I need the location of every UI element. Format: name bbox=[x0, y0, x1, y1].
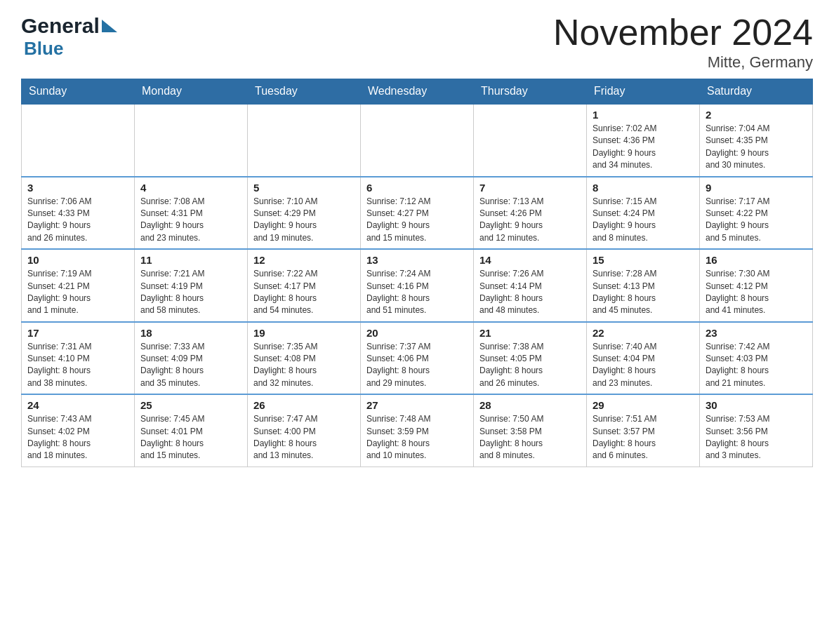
day-cell: 30Sunrise: 7:53 AMSunset: 3:56 PMDayligh… bbox=[700, 394, 813, 467]
day-number: 17 bbox=[27, 327, 128, 339]
day-number: 15 bbox=[593, 254, 694, 266]
day-number: 4 bbox=[140, 182, 241, 194]
day-cell: 21Sunrise: 7:38 AMSunset: 4:05 PMDayligh… bbox=[474, 322, 587, 395]
weekday-header-friday: Friday bbox=[587, 79, 700, 105]
day-number: 2 bbox=[706, 109, 807, 121]
day-info: Sunrise: 7:51 AMSunset: 3:57 PMDaylight:… bbox=[593, 414, 656, 460]
day-info: Sunrise: 7:22 AMSunset: 4:17 PMDaylight:… bbox=[253, 269, 317, 315]
weekday-header-saturday: Saturday bbox=[700, 79, 813, 105]
day-cell: 23Sunrise: 7:42 AMSunset: 4:03 PMDayligh… bbox=[700, 322, 813, 395]
day-number: 29 bbox=[593, 399, 694, 411]
day-info: Sunrise: 7:45 AMSunset: 4:01 PMDaylight:… bbox=[140, 414, 204, 460]
logo-general-text: General bbox=[21, 14, 100, 38]
week-row-2: 3Sunrise: 7:06 AMSunset: 4:33 PMDaylight… bbox=[22, 177, 813, 250]
day-info: Sunrise: 7:19 AMSunset: 4:21 PMDaylight:… bbox=[27, 269, 91, 315]
weekday-header-sunday: Sunday bbox=[22, 79, 135, 105]
day-info: Sunrise: 7:12 AMSunset: 4:27 PMDaylight:… bbox=[366, 196, 430, 243]
day-number: 13 bbox=[366, 254, 468, 266]
day-cell: 26Sunrise: 7:47 AMSunset: 4:00 PMDayligh… bbox=[248, 394, 361, 467]
day-number: 5 bbox=[253, 182, 355, 194]
day-cell: 18Sunrise: 7:33 AMSunset: 4:09 PMDayligh… bbox=[135, 322, 248, 395]
logo: General Blue bbox=[21, 14, 117, 60]
day-number: 14 bbox=[479, 254, 581, 266]
calendar-table: SundayMondayTuesdayWednesdayThursdayFrid… bbox=[21, 79, 813, 467]
day-number: 28 bbox=[479, 399, 581, 411]
day-number: 21 bbox=[479, 327, 581, 339]
day-info: Sunrise: 7:42 AMSunset: 4:03 PMDaylight:… bbox=[706, 342, 769, 388]
day-number: 6 bbox=[366, 182, 468, 194]
day-cell: 15Sunrise: 7:28 AMSunset: 4:13 PMDayligh… bbox=[587, 249, 700, 322]
day-cell: 24Sunrise: 7:43 AMSunset: 4:02 PMDayligh… bbox=[22, 394, 135, 467]
logo-arrow-icon bbox=[102, 20, 117, 32]
day-cell: 25Sunrise: 7:45 AMSunset: 4:01 PMDayligh… bbox=[135, 394, 248, 467]
day-info: Sunrise: 7:50 AMSunset: 3:58 PMDaylight:… bbox=[479, 414, 543, 460]
day-info: Sunrise: 7:43 AMSunset: 4:02 PMDaylight:… bbox=[27, 414, 91, 460]
day-cell: 13Sunrise: 7:24 AMSunset: 4:16 PMDayligh… bbox=[361, 249, 474, 322]
day-cell: 1Sunrise: 7:02 AMSunset: 4:36 PMDaylight… bbox=[587, 104, 700, 177]
day-number: 9 bbox=[706, 182, 807, 194]
day-cell: 14Sunrise: 7:26 AMSunset: 4:14 PMDayligh… bbox=[474, 249, 587, 322]
day-info: Sunrise: 7:21 AMSunset: 4:19 PMDaylight:… bbox=[140, 269, 204, 315]
day-number: 7 bbox=[479, 182, 581, 194]
day-info: Sunrise: 7:08 AMSunset: 4:31 PMDaylight:… bbox=[140, 196, 204, 243]
day-number: 24 bbox=[27, 399, 128, 411]
day-cell: 17Sunrise: 7:31 AMSunset: 4:10 PMDayligh… bbox=[22, 322, 135, 395]
day-cell: 11Sunrise: 7:21 AMSunset: 4:19 PMDayligh… bbox=[135, 249, 248, 322]
day-number: 10 bbox=[27, 254, 128, 266]
day-info: Sunrise: 7:38 AMSunset: 4:05 PMDaylight:… bbox=[479, 342, 543, 388]
day-cell: 20Sunrise: 7:37 AMSunset: 4:06 PMDayligh… bbox=[361, 322, 474, 395]
day-cell: 29Sunrise: 7:51 AMSunset: 3:57 PMDayligh… bbox=[587, 394, 700, 467]
day-number: 12 bbox=[253, 254, 355, 266]
day-cell: 4Sunrise: 7:08 AMSunset: 4:31 PMDaylight… bbox=[135, 177, 248, 250]
day-number: 30 bbox=[706, 399, 807, 411]
day-number: 23 bbox=[706, 327, 807, 339]
day-info: Sunrise: 7:35 AMSunset: 4:08 PMDaylight:… bbox=[253, 342, 317, 388]
day-cell: 19Sunrise: 7:35 AMSunset: 4:08 PMDayligh… bbox=[248, 322, 361, 395]
day-cell: 5Sunrise: 7:10 AMSunset: 4:29 PMDaylight… bbox=[248, 177, 361, 250]
day-cell: 16Sunrise: 7:30 AMSunset: 4:12 PMDayligh… bbox=[700, 249, 813, 322]
day-info: Sunrise: 7:31 AMSunset: 4:10 PMDaylight:… bbox=[27, 342, 91, 388]
logo-blue-text: Blue bbox=[24, 38, 63, 59]
day-info: Sunrise: 7:53 AMSunset: 3:56 PMDaylight:… bbox=[706, 414, 769, 460]
day-number: 22 bbox=[593, 327, 694, 339]
day-info: Sunrise: 7:15 AMSunset: 4:24 PMDaylight:… bbox=[593, 196, 656, 243]
day-cell bbox=[135, 104, 248, 177]
day-number: 3 bbox=[27, 182, 128, 194]
day-cell: 12Sunrise: 7:22 AMSunset: 4:17 PMDayligh… bbox=[248, 249, 361, 322]
week-row-3: 10Sunrise: 7:19 AMSunset: 4:21 PMDayligh… bbox=[22, 249, 813, 322]
day-cell: 10Sunrise: 7:19 AMSunset: 4:21 PMDayligh… bbox=[22, 249, 135, 322]
day-cell: 3Sunrise: 7:06 AMSunset: 4:33 PMDaylight… bbox=[22, 177, 135, 250]
day-cell: 27Sunrise: 7:48 AMSunset: 3:59 PMDayligh… bbox=[361, 394, 474, 467]
weekday-header-wednesday: Wednesday bbox=[361, 79, 474, 105]
day-cell: 28Sunrise: 7:50 AMSunset: 3:58 PMDayligh… bbox=[474, 394, 587, 467]
week-row-4: 17Sunrise: 7:31 AMSunset: 4:10 PMDayligh… bbox=[22, 322, 813, 395]
weekday-header-row: SundayMondayTuesdayWednesdayThursdayFrid… bbox=[22, 79, 813, 105]
day-number: 25 bbox=[140, 399, 241, 411]
location-text: Mitte, Germany bbox=[553, 53, 813, 72]
week-row-1: 1Sunrise: 7:02 AMSunset: 4:36 PMDaylight… bbox=[22, 104, 813, 177]
day-cell: 7Sunrise: 7:13 AMSunset: 4:26 PMDaylight… bbox=[474, 177, 587, 250]
day-info: Sunrise: 7:10 AMSunset: 4:29 PMDaylight:… bbox=[253, 196, 317, 243]
day-info: Sunrise: 7:30 AMSunset: 4:12 PMDaylight:… bbox=[706, 269, 769, 315]
day-number: 20 bbox=[366, 327, 468, 339]
day-number: 16 bbox=[706, 254, 807, 266]
day-info: Sunrise: 7:40 AMSunset: 4:04 PMDaylight:… bbox=[593, 342, 656, 388]
day-cell bbox=[361, 104, 474, 177]
day-info: Sunrise: 7:04 AMSunset: 4:35 PMDaylight:… bbox=[706, 123, 769, 170]
day-number: 11 bbox=[140, 254, 241, 266]
day-info: Sunrise: 7:13 AMSunset: 4:26 PMDaylight:… bbox=[479, 196, 543, 243]
week-row-5: 24Sunrise: 7:43 AMSunset: 4:02 PMDayligh… bbox=[22, 394, 813, 467]
day-cell: 8Sunrise: 7:15 AMSunset: 4:24 PMDaylight… bbox=[587, 177, 700, 250]
day-number: 1 bbox=[593, 109, 694, 121]
day-number: 27 bbox=[366, 399, 468, 411]
day-cell: 9Sunrise: 7:17 AMSunset: 4:22 PMDaylight… bbox=[700, 177, 813, 250]
day-cell bbox=[474, 104, 587, 177]
day-info: Sunrise: 7:02 AMSunset: 4:36 PMDaylight:… bbox=[593, 123, 656, 170]
day-number: 18 bbox=[140, 327, 241, 339]
month-title: November 2024 bbox=[553, 14, 813, 51]
day-cell: 2Sunrise: 7:04 AMSunset: 4:35 PMDaylight… bbox=[700, 104, 813, 177]
day-info: Sunrise: 7:26 AMSunset: 4:14 PMDaylight:… bbox=[479, 269, 543, 315]
day-info: Sunrise: 7:37 AMSunset: 4:06 PMDaylight:… bbox=[366, 342, 430, 388]
title-section: November 2024 Mitte, Germany bbox=[553, 14, 813, 72]
day-info: Sunrise: 7:48 AMSunset: 3:59 PMDaylight:… bbox=[366, 414, 430, 460]
